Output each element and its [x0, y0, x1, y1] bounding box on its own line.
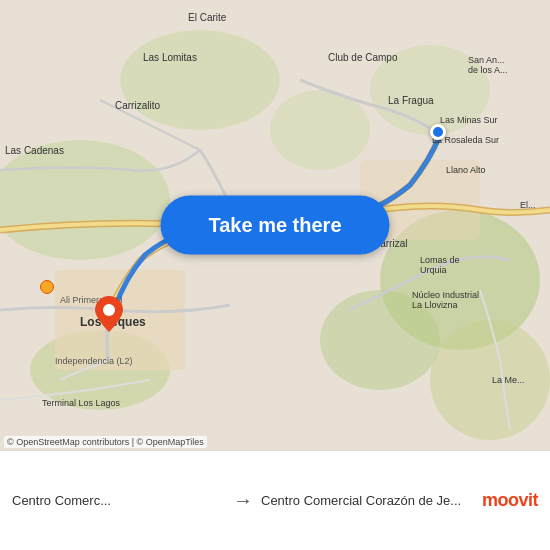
- svg-point-7: [270, 90, 370, 170]
- map-container: El Carite Las Lomitas Club de Campo Carr…: [0, 0, 550, 450]
- destination-marker: [95, 296, 123, 332]
- place-icon-ali: [40, 280, 54, 294]
- svg-point-6: [430, 320, 550, 440]
- route-from-label: Centro Comerc...: [12, 493, 225, 508]
- bottom-bar: Centro Comerc... → Centro Comercial Cora…: [0, 450, 550, 550]
- origin-marker: [430, 124, 446, 140]
- moovit-brand-text: moovit: [482, 490, 538, 511]
- map-attribution: © OpenStreetMap contributors | © OpenMap…: [4, 436, 207, 448]
- take-me-there-button[interactable]: Take me there: [160, 196, 389, 255]
- route-to-label: Centro Comercial Corazón de Je...: [261, 493, 474, 508]
- svg-point-11: [103, 304, 115, 316]
- route-arrow: →: [233, 489, 253, 512]
- svg-point-8: [370, 45, 490, 135]
- svg-point-2: [120, 30, 280, 130]
- svg-point-4: [320, 290, 440, 390]
- moovit-logo: moovit: [482, 490, 538, 511]
